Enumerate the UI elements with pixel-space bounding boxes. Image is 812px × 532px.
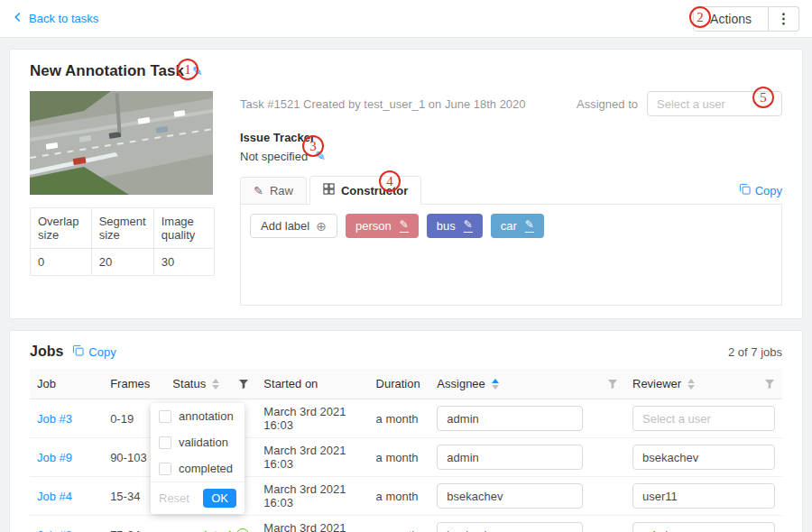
ok-filter-button[interactable]: OK: [203, 489, 236, 508]
job-link[interactable]: Job #9: [37, 451, 72, 464]
assignee-input[interactable]: [437, 483, 583, 509]
tutorial-step-5-marker: 5: [752, 87, 774, 108]
filter-option-validation[interactable]: validation: [151, 429, 245, 455]
task-meta-text: Task #1521 Created by test_user_1 on Jun…: [240, 97, 526, 111]
task-parameters-table: Overlap size Segment size Image quality …: [30, 207, 215, 276]
column-duration: Duration: [369, 369, 430, 399]
reviewer-input[interactable]: [632, 445, 775, 470]
assigned-to-label: Assigned to: [577, 97, 638, 111]
job-link[interactable]: Job #8: [37, 528, 72, 532]
started-on-cell: March 3rd 2021 16:03: [256, 477, 368, 516]
overlap-size-value: 0: [31, 249, 92, 276]
checkbox[interactable]: [159, 410, 171, 423]
assignee-sort-icon[interactable]: [492, 379, 499, 390]
checkbox[interactable]: [159, 463, 171, 475]
checkbox[interactable]: [159, 436, 171, 449]
assignee-input[interactable]: [437, 445, 583, 470]
reviewer-input[interactable]: [632, 483, 775, 509]
add-label-button[interactable]: Add label ⊕: [250, 214, 337, 238]
filter-option-completed[interactable]: completed: [151, 455, 245, 482]
started-on-cell: March 3rd 2021 16:03: [256, 438, 368, 477]
pencil-icon: ✎: [254, 184, 263, 197]
label-tag-bus-name: bus: [437, 219, 456, 233]
column-frames: Frames: [103, 369, 165, 399]
task-preview-image: [30, 91, 213, 195]
reviewer-filter-icon[interactable]: [764, 379, 775, 390]
tutorial-step-4-marker: 4: [379, 170, 401, 192]
tab-raw-label: Raw: [270, 184, 293, 197]
back-chevron-icon: [13, 12, 23, 25]
label-tag-car-name: car: [501, 219, 517, 233]
image-quality-value: 30: [153, 249, 214, 276]
jobs-table: Job Frames Status Started on Duration: [30, 369, 782, 532]
back-to-tasks-label: Back to tasks: [29, 12, 98, 25]
job-link[interactable]: Job #4: [37, 490, 72, 503]
tab-raw[interactable]: ✎ Raw: [240, 177, 307, 204]
copy-labels-label: Copy: [755, 184, 782, 197]
label-tag-bus[interactable]: bus ✎: [427, 214, 483, 238]
started-on-cell: March 3rd 2021 16:03: [256, 516, 368, 532]
overlap-size-header: Overlap size: [31, 208, 92, 249]
table-row: Job #3 0-19 March 3rd 2021 16:03 a month: [30, 399, 782, 438]
reviewer-input[interactable]: [632, 522, 775, 532]
segment-size-header: Segment size: [91, 208, 153, 249]
image-quality-header: Image quality: [153, 208, 214, 249]
status-cell: completed: [172, 528, 231, 532]
assignee-input[interactable]: [437, 522, 583, 532]
copy-icon: [72, 344, 84, 359]
column-reviewer[interactable]: Reviewer: [625, 369, 782, 399]
table-row: Job #8 75-94 completed ? March 3rd 2021 …: [30, 516, 782, 532]
tutorial-step-2-marker: 2: [689, 6, 711, 28]
more-actions-button[interactable]: ⋮: [769, 6, 799, 32]
status-sort-icon[interactable]: [212, 379, 219, 390]
status-filter-dropdown: annotation validation completed Reset OK: [151, 403, 245, 514]
reviewer-input[interactable]: [632, 406, 775, 431]
plus-circle-icon: ⊕: [316, 220, 327, 233]
started-on-cell: March 3rd 2021 16:03: [256, 399, 368, 438]
vertical-ellipsis-icon: ⋮: [777, 11, 791, 26]
segment-size-value: 20: [91, 249, 153, 276]
assignee-filter-icon[interactable]: [607, 379, 618, 390]
back-to-tasks-link[interactable]: Back to tasks: [13, 12, 98, 25]
label-tag-person[interactable]: person ✎: [346, 214, 419, 238]
frames-cell: 75-94: [103, 516, 165, 532]
tab-constructor[interactable]: Constructor: [309, 176, 421, 205]
duration-cell: a month: [369, 438, 430, 477]
column-status[interactable]: Status: [165, 369, 256, 399]
copy-icon: [739, 183, 751, 197]
duration-cell: a month: [369, 516, 430, 532]
filter-option-annotation[interactable]: annotation: [151, 403, 245, 429]
edit-label-icon[interactable]: ✎: [525, 219, 534, 232]
label-tag-car[interactable]: car ✎: [491, 214, 544, 238]
table-row: Job #4 15-34 March 3rd 2021 16:03 a mont…: [30, 477, 782, 516]
table-row: Job #9 90-103 March 3rd 2021 16:03 a mon…: [30, 438, 782, 477]
job-link[interactable]: Job #3: [37, 412, 72, 426]
copy-jobs-label: Copy: [88, 345, 115, 359]
constructor-icon: [323, 183, 335, 197]
edit-label-icon[interactable]: ✎: [464, 219, 473, 232]
jobs-count: 2 of 7 jobs: [728, 345, 782, 359]
copy-labels-link[interactable]: Copy: [739, 183, 782, 197]
status-filter-icon[interactable]: [238, 379, 249, 390]
add-label-label: Add label: [261, 219, 309, 233]
jobs-table-header-row: Job Frames Status Started on Duration: [30, 369, 782, 399]
copy-jobs-link[interactable]: Copy: [72, 344, 115, 359]
edit-label-icon[interactable]: ✎: [400, 219, 409, 232]
jobs-card: Jobs Copy 2 of 7 jobs Job Frames Status: [9, 330, 803, 532]
issue-tracker-value: Not specified: [240, 150, 308, 163]
reviewer-sort-icon[interactable]: [687, 379, 695, 390]
duration-cell: a month: [369, 399, 430, 438]
task-title: New Annotation Task: [30, 62, 184, 80]
assignee-input[interactable]: [437, 406, 583, 431]
column-assignee[interactable]: Assignee: [429, 369, 625, 399]
label-constructor-panel: Add label ⊕ person ✎ bus ✎ car ✎: [240, 205, 782, 306]
question-circle-icon[interactable]: ?: [236, 528, 249, 532]
labels-tabs: ✎ Raw Constructor Copy: [240, 176, 782, 205]
tutorial-step-1-marker: 1: [177, 59, 198, 80]
duration-cell: a month: [369, 477, 430, 516]
task-details-card: New Annotation Task ✎: [9, 49, 803, 319]
column-job: Job: [30, 369, 103, 399]
tutorial-step-3-marker: 3: [302, 135, 324, 157]
reset-filter-button[interactable]: Reset: [159, 491, 189, 505]
jobs-title: Jobs: [30, 344, 63, 360]
